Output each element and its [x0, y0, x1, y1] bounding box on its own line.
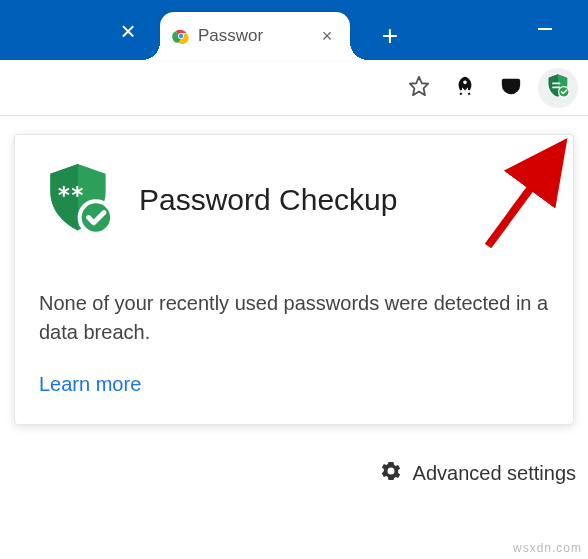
password-checkup-popup: ** Password Checkup None of your recentl… — [14, 134, 574, 425]
svg-text:**: ** — [57, 182, 84, 208]
svg-marker-3 — [410, 76, 428, 94]
popup-title: Password Checkup — [139, 183, 397, 217]
learn-more-link[interactable]: Learn more — [39, 373, 549, 396]
gear-icon — [379, 459, 403, 488]
svg-rect-5 — [552, 86, 560, 88]
minimize-icon — [538, 28, 552, 30]
extension-popup-surface: ** Password Checkup None of your recentl… — [0, 116, 588, 559]
window-minimize-button[interactable] — [530, 10, 560, 30]
titlebar: × Passwor × — [0, 0, 588, 60]
watermark-text: wsxdn.com — [513, 541, 582, 555]
popup-header: ** Password Checkup — [39, 159, 549, 241]
password-checkup-icon — [544, 72, 572, 104]
previous-tab-close-button[interactable]: × — [115, 18, 141, 44]
advanced-settings-link[interactable]: Advanced settings — [379, 459, 576, 488]
svg-point-6 — [559, 86, 570, 97]
rocket-extension-button[interactable] — [446, 69, 484, 107]
star-icon — [408, 75, 430, 101]
password-checkup-extension-button[interactable] — [538, 68, 578, 108]
rocket-icon — [454, 75, 476, 101]
new-tab-button[interactable]: + — [376, 22, 404, 50]
shield-check-icon: ** — [39, 159, 117, 241]
toolbar — [0, 60, 588, 116]
tab-title: Passwor — [198, 26, 310, 46]
browser-window: × Passwor × — [0, 0, 588, 559]
close-icon: × — [322, 26, 333, 47]
plus-icon: + — [382, 20, 398, 52]
pocket-extension-button[interactable] — [492, 69, 530, 107]
advanced-settings-label: Advanced settings — [413, 462, 576, 485]
active-tab[interactable]: Passwor × — [160, 12, 350, 60]
bookmark-star-button[interactable] — [400, 69, 438, 107]
chrome-favicon-icon — [172, 27, 190, 45]
popup-footer: Advanced settings — [14, 459, 580, 488]
tab-strip: Passwor × + — [0, 0, 404, 60]
close-icon: × — [120, 16, 135, 47]
popup-status-text: None of your recently used passwords wer… — [39, 289, 549, 347]
pocket-icon — [500, 75, 522, 101]
tab-close-button[interactable]: × — [318, 27, 336, 45]
svg-rect-4 — [552, 82, 560, 84]
